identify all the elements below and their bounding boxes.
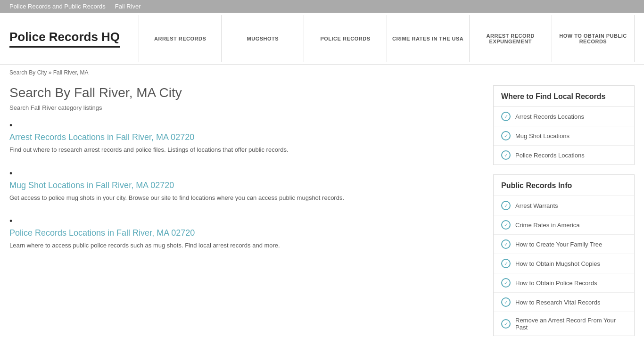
sidebar-box2-item-4: ✓ How to Obtain Police Records xyxy=(494,273,634,293)
nav-item-police-records[interactable]: POLICE RECORDS xyxy=(304,15,387,62)
check-icon-0: ✓ xyxy=(501,112,511,121)
sidebar-box2-item-3: ✓ How to Obtain Mugshot Copies xyxy=(494,254,634,273)
check-icon2-0: ✓ xyxy=(501,201,511,210)
breadcrumb-current: Fall River, MA xyxy=(53,69,89,76)
check-icon-1: ✓ xyxy=(501,131,511,140)
section-entry-3: • Police Records Locations in Fall River… xyxy=(9,216,479,250)
sidebar-box1-link-1[interactable]: Mug Shot Locations xyxy=(515,132,570,140)
breadcrumb-link[interactable]: Search By City xyxy=(9,69,47,76)
sidebar-box2-link-5[interactable]: How to Research Vital Records xyxy=(515,299,600,306)
check-icon-2: ✓ xyxy=(501,150,511,160)
section-title-1[interactable]: Arrest Records Locations in Fall River, … xyxy=(9,132,479,142)
nav-item-arrest-records[interactable]: ARREST RECORDS xyxy=(139,15,222,62)
page-title: Search By Fall River, MA City xyxy=(9,85,479,100)
top-bar: Police Records and Public Records Fall R… xyxy=(0,0,644,13)
section-desc-2: Get access to police mug shots in your c… xyxy=(9,193,479,203)
sidebar-link-list-2: ✓ Arrest Warrants ✓ Crime Rates in Ameri… xyxy=(494,196,634,336)
sidebar-box1-link-2[interactable]: Police Records Locations xyxy=(515,152,585,159)
topbar-link-records[interactable]: Police Records and Public Records xyxy=(9,3,106,10)
sidebar-box2-link-6[interactable]: Remove an Arrest Record From Your Past xyxy=(515,317,627,331)
sidebar-box2-item-1: ✓ Crime Rates in America xyxy=(494,215,634,235)
page-subtitle: Search Fall River category listings xyxy=(9,104,479,111)
sidebar-box1-item-0: ✓ Arrest Records Locations xyxy=(494,107,634,126)
sidebar-box1-item-1: ✓ Mug Shot Locations xyxy=(494,126,634,146)
sidebar-box2-link-4[interactable]: How to Obtain Police Records xyxy=(515,280,597,287)
nav-item-crime-rates[interactable]: CRIME RATES IN THE USA xyxy=(387,15,470,62)
section-entry-2: • Mug Shot Locations in Fall River, MA 0… xyxy=(9,169,479,203)
sidebar-box1-item-2: ✓ Police Records Locations xyxy=(494,146,634,165)
section-title-2[interactable]: Mug Shot Locations in Fall River, MA 027… xyxy=(9,181,479,190)
sidebar-box1-title: Where to Find Local Records xyxy=(494,86,634,107)
sidebar-box2-link-1[interactable]: Crime Rates in America xyxy=(515,222,580,229)
sidebar-box2-item-2: ✓ How to Create Your Family Tree xyxy=(494,235,634,254)
main-nav: ARREST RECORDSMUGSHOTSPOLICE RECORDSCRIM… xyxy=(139,15,635,62)
section-title-3[interactable]: Police Records Locations in Fall River, … xyxy=(9,228,479,238)
sidebar-box2-title: Public Records Info xyxy=(494,175,634,196)
nav-item-obtain-records[interactable]: HOW TO OBTAIN PUBLIC RECORDS xyxy=(552,15,635,62)
topbar-link-city[interactable]: Fall River xyxy=(115,3,141,10)
nav-item-mugshots[interactable]: MUGSHOTS xyxy=(222,15,304,62)
sidebar-box2-link-2[interactable]: How to Create Your Family Tree xyxy=(515,241,602,248)
nav-item-expungement[interactable]: ARREST RECORD EXPUNGEMENT xyxy=(470,15,552,62)
left-column: Search By Fall River, MA City Search Fal… xyxy=(9,85,479,346)
sidebar-box2-item-5: ✓ How to Research Vital Records xyxy=(494,293,634,312)
header: Police Records HQ ARREST RECORDSMUGSHOTS… xyxy=(0,13,644,65)
site-logo[interactable]: Police Records HQ xyxy=(9,30,120,48)
breadcrumb: Search By City » Fall River, MA xyxy=(0,65,644,81)
check-icon2-5: ✓ xyxy=(501,297,511,307)
section-entry-1: • Arrest Records Locations in Fall River… xyxy=(9,121,479,155)
section-desc-3: Learn where to access public police reco… xyxy=(9,241,479,250)
sidebar-box2-link-3[interactable]: How to Obtain Mugshot Copies xyxy=(515,260,600,267)
sidebar-box2-item-6: ✓ Remove an Arrest Record From Your Past xyxy=(494,312,634,336)
sidebar-box-public-info: Public Records Info ✓ Arrest Warrants ✓ … xyxy=(493,174,635,336)
bullet-2: • xyxy=(9,169,479,179)
check-icon2-6: ✓ xyxy=(501,319,511,329)
check-icon2-1: ✓ xyxy=(501,220,511,230)
right-sidebar: Where to Find Local Records ✓ Arrest Rec… xyxy=(493,85,635,346)
sidebar-box-local-records: Where to Find Local Records ✓ Arrest Rec… xyxy=(493,85,635,165)
section-desc-1: Find out where to research arrest record… xyxy=(9,145,479,155)
sidebar-box1-link-0[interactable]: Arrest Records Locations xyxy=(515,113,584,120)
sidebar-box2-link-0[interactable]: Arrest Warrants xyxy=(515,202,558,209)
bullet-1: • xyxy=(9,121,479,131)
breadcrumb-separator: » xyxy=(49,69,52,76)
bullet-3: • xyxy=(9,216,479,226)
sidebar-box2-item-0: ✓ Arrest Warrants xyxy=(494,196,634,215)
sidebar-link-list-1: ✓ Arrest Records Locations ✓ Mug Shot Lo… xyxy=(494,107,634,165)
main-content: Search By Fall River, MA City Search Fal… xyxy=(0,81,644,362)
check-icon2-3: ✓ xyxy=(501,259,511,268)
check-icon2-4: ✓ xyxy=(501,278,511,288)
check-icon2-2: ✓ xyxy=(501,239,511,249)
